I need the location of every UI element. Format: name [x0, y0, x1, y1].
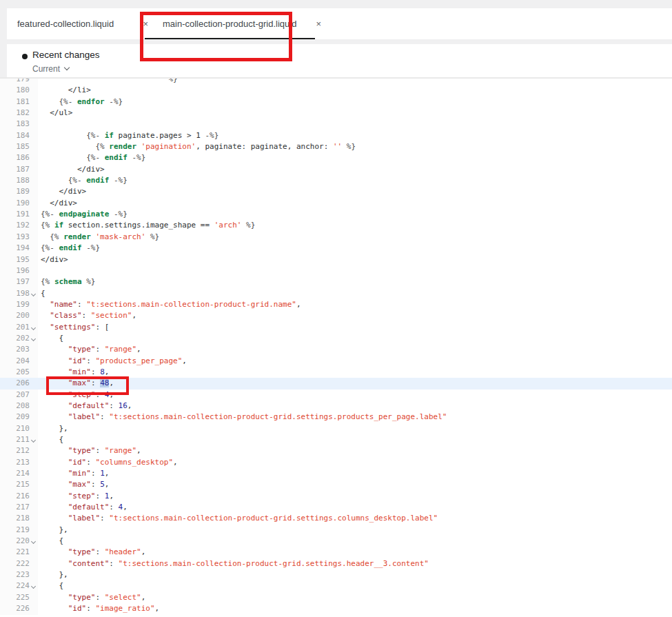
version-label: Current: [32, 64, 60, 74]
fold-toggle-icon[interactable]: [31, 326, 37, 332]
code-text: "min": 8,: [38, 367, 109, 378]
fold-toggle-icon[interactable]: [31, 585, 37, 590]
line-number: 223: [0, 569, 38, 580]
code-line: 196: [0, 265, 672, 276]
code-line: 201 "settings": [: [0, 322, 672, 333]
code-text: "label": "t:sections.main-collection-pro…: [38, 412, 447, 423]
code-text: {%- endif -%}: [38, 243, 100, 254]
line-number: 183: [0, 119, 38, 130]
line-number: 208: [0, 401, 38, 412]
fold-toggle-icon[interactable]: [31, 540, 37, 545]
code-line: 195</div>: [0, 254, 672, 265]
code-line: 194{%- endif -%}: [0, 243, 672, 254]
code-text: [38, 119, 41, 130]
code-text: "id": "columns_desktop",: [38, 457, 178, 468]
code-text: {: [38, 580, 63, 591]
line-number: 193: [0, 232, 38, 243]
code-line: 191{%- endpaginate -%}: [0, 209, 672, 220]
code-text: {% if section.settings.image_shape == 'a…: [38, 220, 255, 231]
line-number: 197: [0, 276, 38, 287]
code-editor-window: featured-collection.liquid × main-collec…: [0, 0, 672, 617]
code-line: 199 "name": "t:sections.main-collection-…: [0, 299, 672, 310]
tab-featured-collection[interactable]: featured-collection.liquid ×: [7, 8, 155, 39]
close-icon[interactable]: ×: [141, 19, 150, 28]
code-line: 190 </div>: [0, 198, 672, 209]
line-number: 209: [0, 412, 38, 423]
fold-toggle-icon[interactable]: [31, 292, 37, 298]
fold-toggle-icon[interactable]: [31, 337, 37, 343]
line-number: 186: [0, 152, 38, 163]
code-text: "max": 48,: [38, 378, 114, 389]
code-line: 210 },: [0, 423, 672, 434]
code-text: {: [38, 536, 63, 547]
line-number: 195: [0, 254, 38, 265]
line-number: 201: [0, 322, 38, 333]
code-text: "type": "header",: [38, 547, 145, 558]
code-text: {%- if paginate.pages > 1 -%}: [38, 130, 218, 141]
code-text: },: [38, 569, 68, 580]
fold-toggle-icon[interactable]: [31, 438, 37, 444]
line-number: 187: [0, 164, 38, 175]
code-line: 200 "class": "section",: [0, 310, 672, 321]
line-number: 221: [0, 547, 38, 558]
code-text: "min": 1,: [38, 468, 109, 479]
code-text: {: [38, 434, 63, 445]
line-number: 190: [0, 198, 38, 209]
code-line: 204 "id": "products_per_page",: [0, 356, 672, 367]
line-number: 200: [0, 310, 38, 321]
code-text: %}: [38, 79, 178, 85]
line-number: 188: [0, 175, 38, 186]
line-number: 202: [0, 333, 38, 344]
code-text: {%- endif -%}: [38, 175, 128, 186]
code-line: 179 %}: [0, 79, 672, 85]
code-text: {%- endpaginate -%}: [38, 209, 128, 220]
version-dropdown[interactable]: Current: [32, 64, 70, 74]
code-line: 221 "type": "header",: [0, 547, 672, 558]
code-line: 215 "max": 5,: [0, 479, 672, 490]
left-strip: [0, 0, 7, 77]
line-number: 207: [0, 390, 38, 401]
code-text: "step": 1,: [38, 491, 114, 502]
line-number: 213: [0, 457, 38, 468]
code-line: 193 {% render 'mask-arch' %}: [0, 232, 672, 243]
code-text: </div>: [38, 186, 86, 197]
selected-text: 48: [100, 378, 109, 387]
code-lines: 179 %}180 </li>181 {%- endfor -%}182 </u…: [0, 79, 672, 615]
tab-main-collection-product-grid[interactable]: main-collection-product-grid.liquid ×: [153, 8, 331, 39]
code-line: 213 "id": "columns_desktop",: [0, 457, 672, 468]
line-number: 204: [0, 356, 38, 367]
code-text: {: [38, 333, 63, 344]
divider-band: [0, 39, 672, 44]
line-number: 216: [0, 491, 38, 502]
line-number: 181: [0, 97, 38, 108]
line-number: 185: [0, 141, 38, 152]
line-number: 184: [0, 130, 38, 141]
code-line: 198{: [0, 288, 672, 299]
code-text: "name": "t:sections.main-collection-prod…: [38, 299, 301, 310]
recent-changes-panel: Recent changes Current: [7, 44, 672, 77]
code-line: 220 {: [0, 536, 672, 547]
line-number: 192: [0, 220, 38, 231]
code-line: 212 "type": "range",: [0, 445, 672, 456]
code-line: 222 "content": "t:sections.main-collecti…: [0, 558, 672, 569]
code-text: "default": 16,: [38, 401, 132, 412]
top-strip: [0, 0, 672, 8]
code-line: 225 "type": "select",: [0, 592, 672, 603]
code-line: 189 </div>: [0, 186, 672, 197]
line-number: 191: [0, 209, 38, 220]
line-number: 196: [0, 265, 38, 276]
code-text: </div>: [38, 254, 68, 265]
line-number: 224: [0, 580, 38, 591]
code-text: "label": "t:sections.main-collection-pro…: [38, 513, 438, 524]
tab-label: main-collection-product-grid.liquid: [163, 19, 296, 29]
code-editor[interactable]: 179 %}180 </li>181 {%- endfor -%}182 </u…: [0, 79, 672, 617]
close-icon[interactable]: ×: [314, 19, 323, 28]
code-line: 184 {%- if paginate.pages > 1 -%}: [0, 130, 672, 141]
code-line: 208 "default": 16,: [0, 401, 672, 412]
code-line: 226 "id": "image_ratio",: [0, 603, 672, 614]
code-line: 182 </ul>: [0, 108, 672, 119]
code-line: 205 "min": 8,: [0, 367, 672, 378]
line-number: 210: [0, 423, 38, 434]
code-text: </div>: [38, 198, 77, 209]
code-text: "max": 5,: [38, 479, 109, 490]
